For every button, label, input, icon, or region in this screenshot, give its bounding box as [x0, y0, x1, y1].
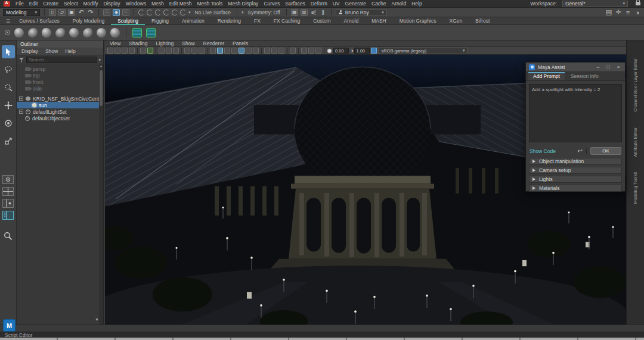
user-account-selector[interactable]: Bruno Roy ▾: [336, 9, 387, 16]
isolate-select-icon[interactable]: [290, 48, 296, 54]
snap-live-surface-icon[interactable]: [180, 10, 186, 15]
menu-help[interactable]: Help: [411, 1, 422, 7]
ipr-render-icon[interactable]: ⋞: [310, 9, 317, 16]
menu-cache[interactable]: Cache: [371, 1, 386, 7]
outliner-item-front[interactable]: front: [17, 79, 103, 85]
viewport-tool-icon[interactable]: [301, 48, 307, 54]
outliner-item-building-group[interactable]: + KRID_NSF_BldgSmCivcCenter: [17, 95, 103, 102]
viewport-tool-icon[interactable]: [278, 48, 284, 54]
menu-select[interactable]: Select: [64, 1, 78, 7]
viewport-tool-icon[interactable]: [107, 48, 113, 54]
shelf-menu-icon[interactable]: ☰: [6, 18, 10, 24]
viewport-tool-icon[interactable]: [129, 48, 135, 54]
menu-curves[interactable]: Curves: [264, 1, 280, 7]
script-editor-label[interactable]: Script Editor: [5, 332, 32, 338]
outliner-menu-display[interactable]: Display: [21, 48, 38, 55]
viewport-menu-panels[interactable]: Panels: [233, 40, 248, 46]
viewport-tool-icon[interactable]: [173, 48, 179, 54]
menu-file[interactable]: File: [16, 1, 24, 7]
viewport-tool-icon[interactable]: [224, 48, 230, 54]
pinch-tool-icon[interactable]: [69, 28, 79, 38]
tab-add-prompt[interactable]: Add Prompt: [528, 72, 565, 80]
menu-generate[interactable]: Generate: [345, 1, 366, 7]
section-lights[interactable]: Lights: [529, 176, 622, 183]
workspace-selector[interactable]: General* ▾: [562, 1, 628, 7]
exposure-icon[interactable]: [327, 48, 332, 54]
viewport-tool-icon[interactable]: [271, 48, 277, 54]
viewport-tool-icon[interactable]: [159, 48, 165, 54]
move-tool-icon[interactable]: [2, 99, 15, 112]
minimize-icon[interactable]: –: [595, 64, 602, 70]
outliner-item-top[interactable]: top: [17, 72, 103, 79]
tab-attribute-editor[interactable]: Attribute Editor: [633, 127, 638, 157]
close-icon[interactable]: ×: [615, 64, 622, 70]
menu-surfaces[interactable]: Surfaces: [285, 1, 305, 7]
viewport-tool-icon[interactable]: [166, 48, 172, 54]
viewport-tool-icon[interactable]: [308, 48, 314, 54]
expand-toggle-icon[interactable]: +: [19, 110, 23, 114]
redo-icon[interactable]: ↷: [87, 9, 94, 16]
shelf-tab-sculpting[interactable]: Sculpting: [111, 17, 145, 25]
zoom-tool-icon[interactable]: [2, 229, 15, 242]
menu-modify[interactable]: Modify: [83, 1, 98, 7]
snap-projected-center-icon[interactable]: [163, 10, 169, 15]
remesh-icon[interactable]: [132, 28, 142, 38]
pause-viewport-icon[interactable]: ‖: [320, 9, 327, 16]
outliner-search-input[interactable]: [26, 57, 97, 63]
paint-select-tool-icon[interactable]: [2, 81, 15, 94]
viewport-tool-icon[interactable]: [114, 48, 120, 54]
prompt-input[interactable]: Add a spotlight with intensity = 2: [529, 84, 622, 142]
grab-tool-icon[interactable]: [55, 28, 65, 38]
flatten-tool-icon[interactable]: [83, 28, 92, 38]
scrollbar-thumb[interactable]: [100, 70, 103, 106]
sidebar-channelbox-icon[interactable]: ▤: [605, 9, 612, 16]
menu-arnold[interactable]: Arnold: [392, 1, 407, 7]
menu-uv[interactable]: UV: [333, 1, 340, 7]
tab-modeling-toolkit[interactable]: Modeling Toolkit: [633, 172, 638, 204]
tab-session-info[interactable]: Session Info: [566, 72, 603, 80]
viewport-menu-show[interactable]: Show: [182, 40, 194, 46]
shelf-tab-arnold[interactable]: Arnold: [338, 17, 366, 25]
shelf-tab-bifrost[interactable]: Bifrost: [469, 17, 496, 25]
spray-tool-icon[interactable]: [110, 28, 120, 38]
viewport-tool-icon[interactable]: [191, 48, 197, 54]
viewport-tool-icon[interactable]: [122, 48, 128, 54]
select-tool-icon[interactable]: [2, 45, 15, 58]
live-surface-label[interactable]: No Live Surface: [195, 10, 231, 15]
outliner-item-default-object-set[interactable]: defaultObjectSet: [17, 115, 103, 121]
snap-view-plane-icon[interactable]: [172, 10, 178, 15]
outliner-menu-help[interactable]: Help: [65, 48, 75, 55]
render-view-icon[interactable]: ▦: [291, 9, 298, 16]
filter-icon[interactable]: [19, 57, 24, 63]
viewport-tool-icon[interactable]: [199, 48, 205, 54]
select-object-icon[interactable]: ◆: [113, 9, 120, 16]
colorspace-selector[interactable]: sRGB gamma (legacy) ▾: [378, 48, 467, 54]
undo-icon[interactable]: ↩: [578, 148, 583, 154]
wireframe-on-shaded-icon[interactable]: [147, 48, 153, 54]
outliner-item-side[interactable]: side: [17, 85, 103, 92]
assist-titlebar[interactable]: Maya Assist – □ ×: [526, 63, 625, 72]
rotate-tool-icon[interactable]: [2, 117, 15, 130]
menu-set-selector[interactable]: Modeling ▾: [3, 9, 40, 16]
viewport-menu-lighting[interactable]: Lighting: [156, 40, 174, 46]
shelf-tab-rigging[interactable]: Rigging: [145, 17, 175, 25]
tab-channel-box-layer-editor[interactable]: Channel Box / Layer Editor: [633, 58, 638, 112]
section-materials[interactable]: Materials: [529, 185, 622, 192]
viewport-tool-icon[interactable]: [253, 48, 259, 54]
shelf-tab-fx[interactable]: FX: [247, 17, 267, 25]
menu-display[interactable]: Display: [104, 1, 120, 7]
relax-tool-icon[interactable]: [42, 28, 51, 38]
shelf-tab-fx-caching[interactable]: FX Caching: [267, 17, 306, 25]
snap-grid-icon[interactable]: [138, 10, 144, 15]
symmetry-setting[interactable]: Symmetry: Off: [248, 10, 280, 15]
select-component-icon[interactable]: ∵: [122, 9, 129, 16]
gamma-icon[interactable]: ◑: [350, 48, 353, 54]
menu-mesh-display[interactable]: Mesh Display: [228, 1, 258, 7]
ok-button[interactable]: OK: [590, 147, 621, 155]
menu-edit[interactable]: Edit: [29, 1, 38, 7]
chevron-down-icon[interactable]: ▾: [98, 58, 101, 63]
layout-four-pane-button[interactable]: [2, 187, 14, 196]
shelf-tab-mash[interactable]: MASH: [365, 17, 393, 25]
shelf-tab-custom[interactable]: Custom: [306, 17, 337, 25]
section-camera-setup[interactable]: Camera setup: [529, 167, 622, 174]
